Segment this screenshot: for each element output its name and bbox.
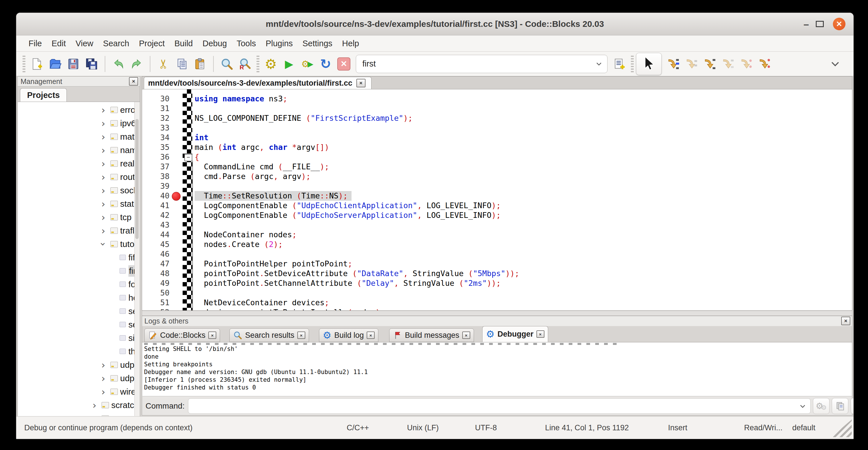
expand-arrow-icon[interactable]: ›	[100, 225, 107, 236]
redo-button[interactable]	[128, 54, 146, 74]
menu-plugins[interactable]: Plugins	[261, 37, 298, 50]
menu-edit[interactable]: Edit	[47, 37, 71, 50]
save-button[interactable]	[64, 54, 83, 74]
line-number[interactable]: 49	[142, 278, 169, 288]
menu-view[interactable]: View	[71, 37, 98, 50]
menu-build[interactable]: Build	[169, 37, 198, 50]
expand-arrow-icon[interactable]: ›	[91, 413, 98, 416]
log-tab-close-icon[interactable]: ×	[208, 331, 216, 339]
line-number[interactable]: 31	[142, 103, 169, 113]
line-number[interactable]: 45	[142, 240, 169, 249]
expand-arrow-icon[interactable]: ›	[100, 158, 107, 169]
line-number[interactable]: 42	[142, 210, 169, 220]
cut-button[interactable]: ✂	[154, 54, 173, 74]
step-into-button[interactable]	[700, 54, 718, 74]
line-number[interactable]: 32	[142, 113, 169, 123]
command-input[interactable]	[188, 398, 811, 414]
tree-item-six[interactable]: six	[18, 331, 135, 344]
menu-project[interactable]: Project	[134, 37, 169, 50]
tree-item-udp-[interactable]: ›udp-	[18, 371, 135, 385]
tree-item-he[interactable]: he	[18, 291, 135, 304]
expand-arrow-icon[interactable]: ›	[100, 104, 107, 116]
line-number[interactable]: 43	[142, 220, 169, 230]
tree-item-nam[interactable]: ›nam	[18, 143, 135, 157]
tree-item-se[interactable]: se	[18, 318, 135, 331]
menu-settings[interactable]: Settings	[298, 37, 337, 50]
search-dropdown-icon[interactable]	[595, 60, 603, 69]
expand-arrow-icon[interactable]: ›	[100, 145, 107, 156]
toolbar-grip[interactable]	[23, 56, 25, 72]
abort-button[interactable]: ✕	[335, 54, 353, 74]
log-tab-close-icon[interactable]: ×	[462, 331, 470, 339]
line-number[interactable]: 30	[142, 94, 169, 103]
line-number[interactable]: 36	[142, 152, 169, 162]
search-options-button[interactable]	[610, 54, 629, 74]
tree-item-rout[interactable]: ›rout	[18, 170, 135, 184]
collapse-arrow-icon[interactable]: ›	[98, 240, 109, 248]
expand-arrow-icon[interactable]: ›	[100, 359, 107, 371]
expand-arrow-icon[interactable]: ›	[91, 399, 98, 411]
tab-projects[interactable]: Projects	[20, 88, 67, 102]
tree-item-wire[interactable]: ›wire	[18, 385, 135, 398]
line-number[interactable]: 44	[142, 230, 169, 240]
expand-arrow-icon[interactable]: ›	[100, 386, 107, 397]
stop-debugger-button[interactable]	[850, 398, 854, 414]
open-file-button[interactable]	[46, 54, 64, 74]
editor-tab-first-cc[interactable]: mnt/dev/tools/source/ns-3-dev/examples/t…	[144, 77, 372, 89]
resize-grip[interactable]	[831, 419, 852, 437]
editor-tab-close-icon[interactable]: ×	[356, 79, 366, 87]
menu-search[interactable]: Search	[98, 37, 134, 50]
tree-item-stat[interactable]: ›stat	[18, 197, 135, 210]
expand-arrow-icon[interactable]: ›	[100, 171, 107, 183]
log-tab-close-icon[interactable]: ×	[536, 330, 545, 338]
debug-tools-button[interactable]: ⚙⚙	[813, 398, 830, 414]
expand-arrow-icon[interactable]: ›	[100, 118, 107, 129]
run-to-cursor-button[interactable]	[663, 54, 682, 74]
menu-debug[interactable]: Debug	[198, 37, 232, 50]
expand-arrow-icon[interactable]: ›	[100, 212, 107, 223]
tree-item-tuto[interactable]: ›tuto	[18, 237, 135, 251]
next-line-button[interactable]	[682, 54, 700, 74]
toolbar-overflow-button[interactable]	[826, 54, 844, 74]
title-bar[interactable]: mnt/dev/tools/source/ns-3-dev/examples/t…	[16, 13, 854, 35]
log-tab-close-icon[interactable]: ×	[367, 331, 375, 339]
line-number[interactable]: 35	[142, 143, 169, 152]
tree-item-reall[interactable]: ›reall	[18, 157, 135, 170]
toolbar-grip[interactable]	[256, 56, 259, 72]
code-editor[interactable]: 30using namespace ns3;3132NS_LOG_COMPONE…	[142, 89, 852, 311]
menu-help[interactable]: Help	[337, 37, 364, 50]
build-button[interactable]: ⚙	[262, 54, 280, 74]
tree-item-scratcl[interactable]: ›scratcl	[18, 398, 135, 412]
debug-continue-button[interactable]	[636, 53, 662, 75]
log-tab-code-blocks[interactable]: Code::Blocks×	[144, 328, 220, 342]
menu-tools[interactable]: Tools	[232, 37, 261, 50]
minimize-button[interactable]: –	[804, 19, 809, 30]
run-button[interactable]: ▶	[280, 54, 298, 74]
tree-item-tcp[interactable]: ›tcp	[18, 210, 135, 224]
menu-file[interactable]: File	[24, 37, 47, 50]
line-number[interactable]: 39	[142, 181, 169, 191]
expand-arrow-icon[interactable]: ›	[100, 198, 107, 210]
logs-close-icon[interactable]: ×	[841, 317, 850, 325]
log-tab-build-log[interactable]: ⚙Build log×	[319, 328, 378, 342]
tree-item-fif[interactable]: fif	[18, 251, 135, 264]
step-into-instruction-button[interactable]	[755, 54, 773, 74]
line-number[interactable]: 52	[142, 307, 169, 311]
tree-item-src[interactable]: ›src	[18, 412, 135, 416]
tree-item-trafl[interactable]: ›trafl	[18, 224, 135, 237]
step-out-button[interactable]	[718, 54, 737, 74]
line-number[interactable]: 41	[142, 201, 169, 210]
expand-arrow-icon[interactable]: ›	[100, 131, 107, 143]
log-tab-search-results[interactable]: Search results×	[229, 328, 309, 342]
undo-button[interactable]	[109, 54, 128, 74]
editor-horizontal-scrollbar[interactable]	[142, 311, 852, 316]
expand-arrow-icon[interactable]: ›	[100, 185, 107, 196]
tree-item-fir-selected[interactable]: fir	[18, 264, 135, 277]
breakpoint-icon[interactable]	[172, 192, 181, 201]
tree-item-mat[interactable]: ›mat	[18, 130, 135, 143]
copy-log-button[interactable]	[832, 398, 848, 414]
fold-collapse-icon[interactable]: −	[184, 154, 192, 161]
line-number[interactable]: 51	[142, 298, 169, 307]
tree-item-erro[interactable]: ›erro	[18, 103, 135, 117]
command-dropdown-icon[interactable]	[798, 402, 807, 412]
